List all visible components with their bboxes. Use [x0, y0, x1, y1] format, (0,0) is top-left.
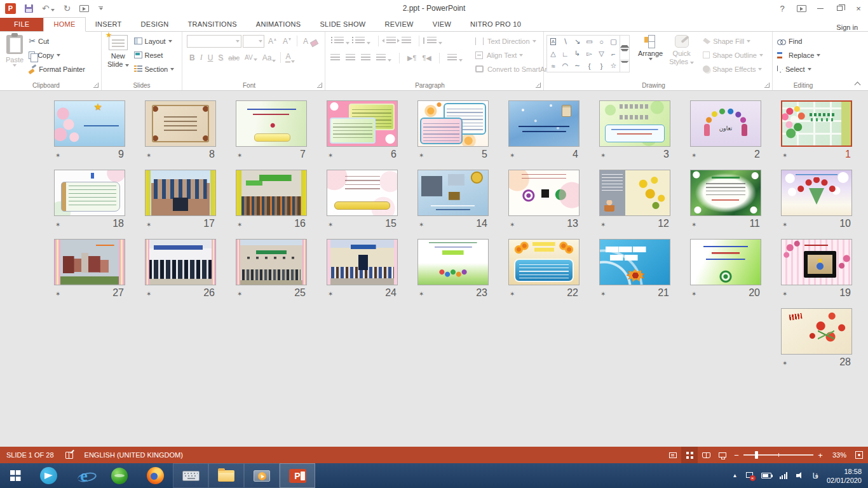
bold-button[interactable]: B [187, 53, 198, 62]
close-button[interactable]: × [849, 0, 868, 17]
shape-effects-button[interactable]: Shape Effects [701, 62, 765, 76]
save-icon[interactable] [25, 4, 33, 13]
zoom-slider[interactable] [743, 454, 813, 456]
slide-4-thumbnail[interactable] [508, 100, 580, 147]
restore-button[interactable] [830, 0, 849, 17]
shape-rectangle[interactable]: ▭ [583, 36, 595, 48]
zoom-out-button[interactable]: − [731, 451, 742, 460]
shape-block-arrow-right[interactable]: ▻ [583, 48, 595, 60]
shape-left-brace[interactable]: { [583, 60, 595, 72]
quick-styles-button[interactable]: Quick Styles [666, 34, 697, 78]
slide-26-thumbnail[interactable] [145, 239, 216, 285]
format-painter-button[interactable]: Format Painter [27, 62, 87, 76]
slide-13-thumbnail[interactable] [508, 170, 580, 216]
customize-qat-button[interactable] [98, 6, 103, 10]
arrange-button[interactable]: Arrange [635, 34, 666, 78]
tab-slide-show[interactable]: SLIDE SHOW [310, 18, 375, 31]
redo-icon[interactable]: ↻ [64, 4, 71, 13]
minimize-button[interactable] [811, 0, 830, 17]
slide-7-thumbnail[interactable] [236, 100, 307, 147]
increase-indent-button[interactable] [402, 37, 411, 46]
taskbar-internet-explorer[interactable]: e [66, 463, 102, 488]
shape-elbow[interactable]: ∟ [559, 48, 571, 60]
input-language-indicator[interactable]: فا [813, 471, 818, 480]
slide-3-thumbnail[interactable] [599, 100, 670, 147]
shape-textbox[interactable]: A [547, 36, 559, 48]
zoom-level[interactable]: 33% [826, 451, 850, 459]
slide-21-thumbnail[interactable] [599, 239, 670, 285]
columns-button[interactable] [447, 54, 463, 63]
slide-17-thumbnail[interactable] [145, 170, 216, 216]
shape-scribble[interactable]: ≈ [547, 60, 559, 72]
shape-oval[interactable]: ○ [595, 36, 607, 48]
slide-6-thumbnail[interactable] [327, 100, 398, 147]
taskbar-media-player[interactable] [244, 463, 280, 488]
shape-rounded-rectangle[interactable]: ▢ [607, 36, 620, 48]
copy-button[interactable]: Copy [27, 48, 87, 62]
change-case-button[interactable]: Aa [260, 53, 279, 62]
spell-check-icon[interactable] [65, 452, 73, 459]
slide-sorter-view[interactable]: ✶9 ✶8 ✶7 ✶6 ✶5 ✶4 ✶3 تعاون✶2 ✶1 ✶18 ✶17 … [0, 91, 868, 447]
tab-design[interactable]: DESIGN [132, 18, 179, 31]
reset-button[interactable]: Reset [132, 48, 177, 62]
drawing-dialog-launcher[interactable] [764, 83, 770, 88]
shape-gallery-scrollbar[interactable] [620, 35, 630, 72]
slide-15-thumbnail[interactable] [327, 170, 398, 216]
network-signal-icon[interactable] [780, 472, 788, 479]
slide-19-thumbnail[interactable] [781, 239, 852, 285]
show-hidden-icons-button[interactable]: ▲ [733, 473, 738, 478]
undo-button[interactable]: ↶ [42, 3, 55, 14]
language-indicator[interactable]: ENGLISH (UNITED KINGDOM) [85, 451, 183, 459]
shape-curve[interactable]: ∼ [571, 60, 583, 72]
tab-review[interactable]: REVIEW [376, 18, 423, 31]
reading-view-button[interactable] [698, 447, 714, 463]
justify-button[interactable] [376, 54, 391, 63]
ltr-text-direction-icon[interactable]: ▶¶ [407, 54, 416, 62]
layout-button[interactable]: Layout [132, 34, 177, 48]
sign-in-link[interactable]: Sign in [836, 24, 868, 31]
tab-home[interactable]: HOME [43, 17, 85, 32]
shape-triangle[interactable]: △ [547, 48, 559, 60]
slide-14-thumbnail[interactable] [417, 170, 489, 216]
shape-outline-button[interactable]: Shape Outline [701, 48, 765, 62]
slide-10-thumbnail[interactable] [781, 170, 852, 216]
paragraph-dialog-launcher[interactable] [536, 83, 541, 88]
clear-formatting-button[interactable]: A [301, 37, 320, 46]
rtl-text-direction-icon[interactable]: ¶◀ [422, 54, 431, 62]
slide-sorter-view-button[interactable] [681, 447, 698, 463]
slide-indicator[interactable]: SLIDE 1 OF 28 [6, 451, 54, 459]
taskbar-telegram[interactable] [31, 463, 66, 488]
slide-2-thumbnail[interactable]: تعاون [690, 100, 761, 147]
fit-to-window-button[interactable] [855, 451, 863, 459]
slide-27-thumbnail[interactable] [54, 239, 125, 285]
font-name-combo[interactable] [187, 35, 241, 48]
slide-25-thumbnail[interactable] [236, 239, 307, 285]
slide-8-thumbnail[interactable] [145, 100, 216, 147]
clipboard-dialog-launcher[interactable] [93, 83, 98, 88]
italic-button[interactable]: I [198, 53, 205, 62]
bullets-button[interactable] [334, 37, 349, 46]
slide-1-thumbnail-selected[interactable] [781, 100, 852, 147]
section-button[interactable]: Section [132, 62, 177, 76]
font-color-button[interactable]: A [283, 52, 297, 63]
numbering-button[interactable] [355, 37, 370, 46]
tab-nitro-pro[interactable]: NITRO PRO 10 [461, 18, 531, 31]
paste-button[interactable]: Paste [3, 34, 27, 78]
tab-animations[interactable]: ANIMATIONS [247, 18, 311, 31]
normal-view-button[interactable] [665, 447, 681, 463]
ribbon-display-options-button[interactable] [792, 0, 811, 17]
slide-11-thumbnail[interactable] [690, 170, 761, 216]
shape-arrow[interactable]: ↘ [571, 36, 583, 48]
shape-line[interactable]: ∖ [559, 36, 571, 48]
action-center-flag-icon[interactable] [746, 472, 753, 480]
taskbar-green-app[interactable] [102, 463, 137, 488]
shape-arc[interactable]: ◠ [559, 60, 571, 72]
underline-button[interactable]: U [205, 53, 216, 62]
shape-gallery[interactable]: A ∖ ↘ ▭ ○ ▢ △ ∟ ↳ ▻ ▽ ⌐ ≈ ◠ ∼ { } [546, 35, 620, 72]
help-button[interactable]: ? [773, 0, 792, 17]
start-button[interactable] [0, 463, 31, 488]
shrink-font-button[interactable]: A [280, 37, 294, 46]
align-center-button[interactable] [346, 54, 355, 63]
replace-button[interactable]: Replace [775, 48, 822, 62]
shapes-scroll-down[interactable] [620, 48, 629, 60]
